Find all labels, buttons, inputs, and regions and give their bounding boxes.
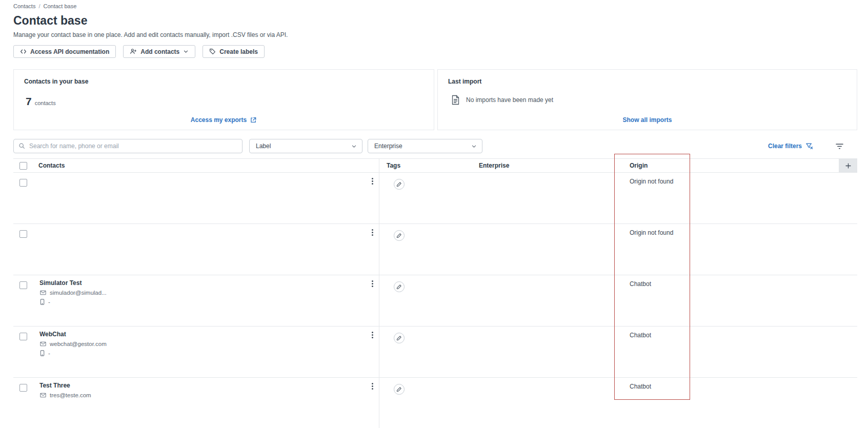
row-checkbox-cell [13, 378, 38, 428]
document-icon [451, 95, 460, 105]
breadcrumb-contacts[interactable]: Contacts [13, 3, 35, 9]
contact-email: webchat@gestor.com [50, 341, 107, 347]
origin-cell: Chatbot [614, 275, 690, 326]
pencil-icon [396, 284, 402, 290]
edit-tags-button[interactable] [394, 179, 405, 190]
row-menu-button[interactable] [371, 331, 374, 339]
tags-cell [379, 327, 475, 377]
table-header: Contacts Tags Enterprise Origin [13, 158, 857, 173]
row-menu-button[interactable] [371, 228, 374, 237]
pencil-icon [396, 181, 402, 187]
filter-settings-button[interactable] [835, 142, 844, 150]
contact-email-line: webchat@gestor.com [40, 341, 379, 347]
tag-icon [209, 48, 216, 55]
chevron-down-icon [183, 49, 189, 54]
last-import-card: Last import No imports have been made ye… [437, 69, 857, 130]
show-all-imports-link[interactable]: Show all imports [622, 116, 672, 124]
column-header-enterprise: Enterprise [475, 159, 614, 172]
contact-cell: Simulator Test simulador@simulad... - [38, 275, 379, 326]
create-labels-button[interactable]: Create labels [203, 45, 265, 58]
contacts-count: 7 [26, 95, 32, 108]
mobile-phone-icon [40, 350, 45, 356]
chevron-down-icon [351, 144, 357, 149]
add-contacts-button[interactable]: Add contacts [123, 45, 195, 58]
row-spacer [690, 378, 857, 428]
access-my-exports-link[interactable]: Access my exports [191, 116, 257, 124]
add-column-button[interactable] [839, 159, 857, 172]
toolbar: Access API documentation Add contacts Cr… [13, 45, 857, 58]
edit-tags-button[interactable] [394, 333, 405, 343]
column-header-contacts: Contacts [38, 159, 379, 172]
tags-cell [379, 173, 475, 223]
row-checkbox[interactable] [19, 179, 27, 187]
page-title: Contact base [13, 14, 857, 28]
page-subtitle: Manage your contact base in one place. A… [13, 31, 857, 38]
search-box [13, 139, 243, 153]
last-import-title: Last import [448, 78, 846, 85]
origin-cell: Origin not found [614, 224, 690, 275]
chevron-down-icon [471, 144, 477, 149]
plus-icon [845, 162, 852, 169]
enterprise-cell [475, 327, 614, 377]
row-checkbox-cell [13, 275, 38, 326]
filters-bar: Label Enterprise Clear filters [13, 139, 857, 153]
table-row: Origin not found [13, 224, 857, 275]
origin-cell: Chatbot [614, 327, 690, 377]
search-input[interactable] [13, 139, 243, 153]
contact-name: Simulator Test [39, 279, 379, 287]
row-checkbox[interactable] [19, 333, 27, 340]
contact-phone-line: - [40, 350, 379, 356]
access-api-documentation-button[interactable]: Access API documentation [13, 45, 116, 58]
table-row: Test Three tres@teste.com Chatbot [13, 378, 857, 428]
tags-cell [379, 275, 475, 326]
row-menu-button[interactable] [371, 382, 374, 391]
breadcrumb-current: Contact base [43, 3, 76, 9]
table-row: Origin not found [13, 173, 857, 224]
contact-email: simulador@simulad... [50, 290, 107, 296]
contacts-count-row: 7 contacts [26, 95, 423, 108]
column-header-tags: Tags [379, 159, 475, 172]
row-checkbox[interactable] [19, 384, 27, 392]
tags-cell [379, 224, 475, 275]
contact-phone: - [48, 299, 50, 305]
row-menu-button[interactable] [371, 279, 374, 288]
email-icon [40, 393, 46, 398]
table-row: Simulator Test simulador@simulad... - Ch… [13, 275, 857, 327]
enterprise-cell [475, 275, 614, 326]
edit-tags-button[interactable] [394, 384, 405, 395]
select-all-checkbox[interactable] [19, 162, 27, 170]
email-icon [40, 290, 46, 295]
clear-filters-button[interactable]: Clear filters [768, 142, 813, 150]
search-icon [18, 142, 25, 149]
filter-lines-icon [835, 142, 844, 150]
column-header-origin: Origin [614, 159, 690, 172]
column-header-spacer [690, 159, 839, 172]
row-checkbox-cell [13, 327, 38, 377]
person-plus-icon [130, 48, 137, 55]
contacts-in-base-card: Contacts in your base 7 contacts Access … [13, 69, 434, 130]
contact-cell [38, 173, 379, 223]
header-checkbox-cell [13, 159, 38, 172]
edit-tags-button[interactable] [394, 281, 405, 292]
enterprise-dropdown[interactable]: Enterprise [368, 139, 482, 153]
row-checkbox-cell [13, 173, 38, 223]
contact-email-line: simulador@simulad... [40, 290, 379, 296]
origin-cell: Origin not found [614, 173, 690, 223]
enterprise-cell [475, 224, 614, 275]
row-checkbox[interactable] [19, 281, 27, 289]
summary-cards: Contacts in your base 7 contacts Access … [13, 69, 857, 130]
row-checkbox[interactable] [19, 230, 27, 238]
row-spacer [690, 327, 857, 377]
row-spacer [690, 173, 857, 223]
contact-phone-line: - [40, 299, 379, 305]
label-dropdown[interactable]: Label [249, 139, 362, 153]
edit-tags-button[interactable] [394, 230, 405, 241]
contact-email: tres@teste.com [50, 392, 91, 398]
pencil-icon [396, 233, 402, 238]
contact-cell [38, 224, 379, 275]
row-spacer [690, 275, 857, 326]
row-menu-button[interactable] [371, 177, 374, 186]
export-icon [250, 116, 257, 124]
contact-email-line: tres@teste.com [40, 392, 379, 398]
clear-filter-icon [805, 142, 813, 150]
